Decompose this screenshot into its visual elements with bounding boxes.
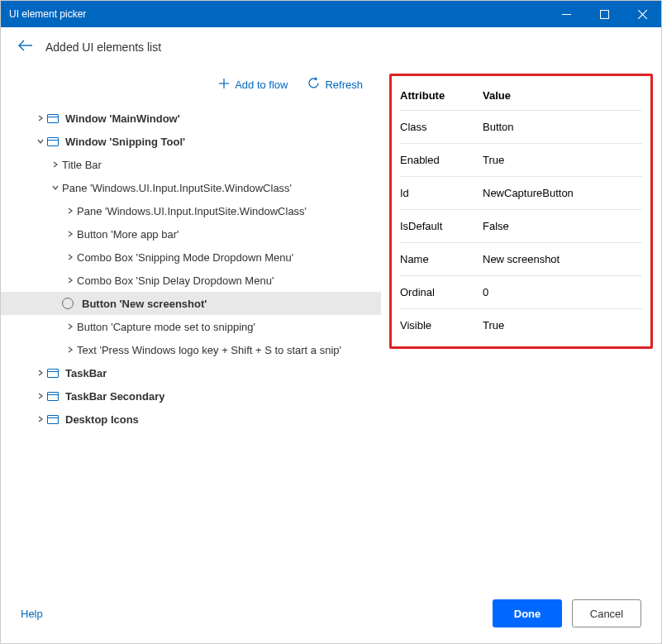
close-button[interactable] [623, 1, 661, 27]
chevron-right-icon[interactable] [64, 346, 77, 353]
page-header: Added UI elements list [1, 27, 661, 67]
tree-node-label: Button 'More app bar' [77, 228, 179, 241]
tree-node-label: Desktop Icons [65, 413, 139, 426]
chevron-right-icon[interactable] [64, 231, 77, 237]
tree-node[interactable]: Button 'More app bar' [1, 222, 381, 246]
cancel-button[interactable]: Cancel [572, 599, 641, 627]
chevron-right-icon[interactable] [64, 277, 77, 284]
window-icon [47, 369, 59, 378]
tree-node[interactable]: Combo Box 'Snip Delay Dropdown Menu' [1, 269, 381, 292]
tree-node[interactable]: TaskBar [1, 361, 381, 384]
tree-node-label: Window 'Snipping Tool' [65, 136, 185, 148]
refresh-icon [307, 77, 320, 92]
add-to-flow-button[interactable]: Add to flow [212, 74, 294, 95]
tree-node[interactable]: Pane 'Windows.UI.Input.InputSite.WindowC… [1, 176, 381, 199]
refresh-button[interactable]: Refresh [301, 74, 369, 95]
tree-node[interactable]: TaskBar Secondary [1, 384, 381, 408]
window-icon [47, 415, 59, 424]
tree-node-label: Pane 'Windows.UI.Input.InputSite.WindowC… [62, 182, 292, 194]
attribute-name: IsDefault [400, 220, 483, 232]
chevron-right-icon[interactable] [34, 393, 47, 399]
done-button[interactable]: Done [493, 599, 562, 627]
attribute-value: 0 [483, 286, 488, 298]
attribute-name: Ordinal [400, 286, 483, 298]
chevron-right-icon[interactable] [64, 208, 77, 214]
maximize-button[interactable] [585, 1, 623, 27]
attribute-value: False [483, 220, 509, 232]
tree-node-label: TaskBar Secondary [65, 390, 164, 403]
dialog-footer: Help Done Cancel [1, 587, 661, 640]
help-link[interactable]: Help [21, 608, 43, 620]
tree-node-label: Text 'Press Windows logo key + Shift + S… [77, 344, 341, 356]
chevron-right-icon[interactable] [34, 115, 47, 122]
chevron-right-icon[interactable] [64, 254, 77, 260]
attr-header-value: Value [483, 89, 511, 102]
chevron-right-icon[interactable] [34, 370, 47, 376]
tree-node[interactable]: Pane 'Windows.UI.Input.InputSite.WindowC… [1, 199, 381, 222]
attribute-name: Visible [400, 319, 483, 332]
tree-node[interactable]: Button 'New screenshot' [1, 292, 381, 315]
add-to-flow-label: Add to flow [235, 79, 288, 91]
attribute-value: Button [483, 121, 514, 133]
attribute-value: New screenshot [483, 253, 560, 265]
tree-node-label: Combo Box 'Snipping Mode Dropdown Menu' [77, 251, 293, 264]
attribute-row: NameNew screenshot [400, 242, 642, 275]
tree-node[interactable]: Window 'Snipping Tool' [1, 130, 381, 153]
page-title: Added UI elements list [45, 41, 161, 54]
chevron-down-icon[interactable] [49, 184, 62, 191]
attr-header-name: Attribute [400, 89, 483, 102]
tree-panel: Add to flow Refresh Window 'MainWindow'W… [1, 67, 381, 587]
tree-node[interactable]: Desktop Icons [1, 408, 381, 431]
attribute-row: Ordinal0 [400, 275, 642, 308]
tree-node-label: Window 'MainWindow' [65, 112, 180, 125]
tree-node-label: Title Bar [62, 159, 102, 171]
attribute-name: Class [400, 121, 483, 133]
svg-rect-1 [600, 10, 608, 18]
tree-node[interactable]: Combo Box 'Snipping Mode Dropdown Menu' [1, 246, 381, 269]
element-tree[interactable]: Window 'MainWindow'Window 'Snipping Tool… [1, 107, 381, 587]
attribute-value: True [483, 319, 504, 332]
tree-node-label: Button 'New screenshot' [82, 298, 207, 310]
attributes-panel-wrapper: Attribute Value ClassButtonEnabledTrueId… [381, 67, 661, 587]
attribute-name: Name [400, 253, 483, 265]
attribute-row: IsDefaultFalse [400, 209, 642, 242]
minimize-button[interactable] [547, 1, 585, 27]
back-arrow-icon[interactable] [17, 39, 34, 55]
refresh-label: Refresh [325, 79, 363, 91]
attribute-name: Id [400, 187, 483, 199]
attribute-name: Enabled [400, 154, 483, 166]
attribute-value: True [483, 154, 504, 166]
chevron-right-icon[interactable] [64, 323, 77, 330]
attribute-row: ClassButton [400, 110, 642, 143]
window-icon [47, 137, 59, 146]
plus-icon [218, 78, 230, 92]
tree-node[interactable]: Text 'Press Windows logo key + Shift + S… [1, 338, 381, 361]
tree-node-label: Pane 'Windows.UI.Input.InputSite.WindowC… [77, 205, 307, 217]
attributes-header: Attribute Value [400, 81, 642, 110]
attribute-value: NewCaptureButton [483, 187, 574, 199]
tree-node-label: Combo Box 'Snip Delay Dropdown Menu' [77, 274, 274, 287]
window-title: UI element picker [9, 8, 86, 20]
window-icon [47, 392, 59, 401]
attributes-panel: Attribute Value ClassButtonEnabledTrueId… [389, 74, 653, 349]
tree-node[interactable]: Title Bar [1, 153, 381, 176]
radio-icon [62, 298, 74, 309]
chevron-right-icon[interactable] [49, 161, 62, 168]
attribute-row: IdNewCaptureButton [400, 176, 642, 209]
tree-node[interactable]: Window 'MainWindow' [1, 107, 381, 130]
attribute-row: EnabledTrue [400, 143, 642, 176]
tree-node-label: Button 'Capture mode set to snipping' [77, 321, 255, 333]
chevron-down-icon[interactable] [34, 138, 47, 145]
tree-node[interactable]: Button 'Capture mode set to snipping' [1, 315, 381, 338]
window-titlebar: UI element picker [1, 1, 661, 27]
window-icon [47, 114, 59, 123]
chevron-right-icon[interactable] [34, 416, 47, 422]
attribute-row: VisibleTrue [400, 308, 642, 341]
tree-node-label: TaskBar [65, 367, 107, 379]
